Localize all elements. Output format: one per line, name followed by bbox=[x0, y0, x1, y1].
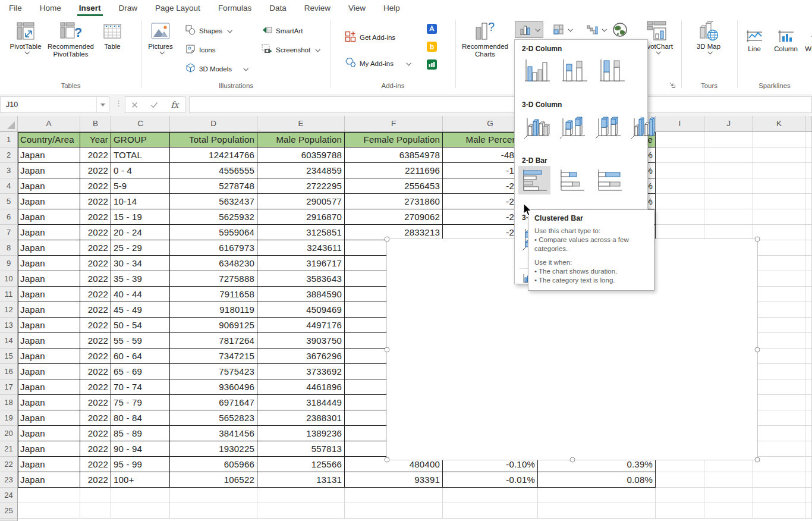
cell[interactable] bbox=[753, 302, 805, 318]
row-header-5[interactable]: 5 bbox=[0, 194, 18, 209]
cell[interactable]: 106522 bbox=[170, 472, 257, 488]
smartart-button[interactable]: SmartArt bbox=[262, 25, 303, 36]
formula-input[interactable] bbox=[189, 96, 812, 113]
recommended-charts-button[interactable]: ? Recommended Charts bbox=[464, 19, 506, 58]
cell[interactable] bbox=[656, 503, 704, 519]
cell[interactable] bbox=[805, 318, 812, 333]
screenshot-button[interactable]: Screenshot bbox=[262, 44, 319, 55]
cell[interactable]: 6348230 bbox=[170, 256, 257, 271]
cell[interactable] bbox=[111, 503, 170, 519]
row-header-16[interactable]: 16 bbox=[0, 364, 18, 379]
cell[interactable]: Year bbox=[80, 132, 111, 147]
cell[interactable]: Japan bbox=[18, 302, 80, 318]
menu-item-stacked-column[interactable] bbox=[558, 57, 590, 85]
cell[interactable] bbox=[80, 488, 111, 503]
menu-item-stacked-bar-100[interactable] bbox=[593, 166, 625, 194]
cell[interactable]: Japan bbox=[18, 364, 80, 379]
cell[interactable]: 70 - 74 bbox=[111, 379, 170, 395]
cell[interactable] bbox=[257, 503, 345, 519]
cell[interactable] bbox=[656, 147, 704, 163]
cell[interactable]: 50 - 54 bbox=[111, 318, 170, 333]
cell[interactable]: 10-14 bbox=[111, 194, 170, 209]
cell[interactable]: 3196717 bbox=[257, 256, 345, 271]
column-header-C[interactable]: C bbox=[111, 116, 170, 131]
cell[interactable]: 60 - 64 bbox=[111, 349, 170, 364]
cell[interactable]: GROUP bbox=[111, 132, 170, 147]
cell[interactable]: 5-9 bbox=[111, 178, 170, 194]
cell[interactable]: Country/Area bbox=[18, 132, 80, 147]
cell[interactable] bbox=[345, 488, 443, 503]
cell[interactable]: 0.08% bbox=[538, 472, 656, 488]
pictures-button[interactable]: Pictures bbox=[144, 19, 177, 54]
cell[interactable]: 2916870 bbox=[257, 209, 345, 225]
cell[interactable]: 60359788 bbox=[257, 147, 345, 163]
resize-handle[interactable] bbox=[755, 347, 760, 353]
cell[interactable] bbox=[704, 163, 753, 178]
resize-handle[interactable] bbox=[385, 457, 390, 463]
cell[interactable] bbox=[805, 457, 812, 472]
cell[interactable]: Male Population bbox=[257, 132, 345, 147]
cell[interactable] bbox=[805, 178, 812, 194]
menu-item-clustered-bar[interactable] bbox=[518, 166, 550, 194]
resize-handle[interactable] bbox=[755, 457, 760, 463]
cell[interactable] bbox=[656, 178, 704, 194]
row-header-22[interactable]: 22 bbox=[0, 457, 18, 472]
cell[interactable]: 2731860 bbox=[345, 194, 443, 209]
insert-hierarchy-chart-button[interactable] bbox=[548, 21, 577, 38]
cell[interactable]: 6167973 bbox=[170, 240, 257, 256]
cell[interactable] bbox=[704, 178, 753, 194]
cell[interactable]: Japan bbox=[18, 209, 80, 225]
cell[interactable]: 1389236 bbox=[257, 426, 345, 441]
cell[interactable] bbox=[753, 271, 805, 287]
cell[interactable]: 2556453 bbox=[345, 178, 443, 194]
cell[interactable]: 2022 bbox=[80, 410, 111, 426]
cell[interactable] bbox=[656, 194, 704, 209]
cell[interactable]: 2709062 bbox=[345, 209, 443, 225]
cell[interactable] bbox=[18, 488, 80, 503]
cell[interactable] bbox=[753, 318, 805, 333]
cell[interactable]: 2022 bbox=[80, 349, 111, 364]
ribbon-tab-file[interactable]: File bbox=[0, 0, 31, 17]
cell[interactable] bbox=[753, 132, 805, 147]
formula-bar-splitter[interactable]: ⋮ bbox=[115, 99, 122, 108]
cell[interactable] bbox=[656, 472, 704, 488]
cell[interactable] bbox=[753, 240, 805, 256]
cell[interactable]: Japan bbox=[18, 271, 80, 287]
cell[interactable] bbox=[753, 472, 805, 488]
cell[interactable] bbox=[805, 132, 812, 147]
recommended-pivottables-button[interactable]: ? Recommended PivotTables bbox=[45, 19, 96, 58]
cell[interactable]: 3243611 bbox=[257, 240, 345, 256]
cell[interactable] bbox=[753, 488, 805, 503]
row-header-15[interactable]: 15 bbox=[0, 349, 18, 364]
addin-app-bing-icon[interactable]: b bbox=[427, 42, 437, 52]
cell[interactable]: -0.01% bbox=[443, 472, 538, 488]
cell[interactable] bbox=[656, 132, 704, 147]
menu-item-clustered-column[interactable] bbox=[521, 57, 553, 85]
cell[interactable]: 9180119 bbox=[170, 302, 257, 318]
cell[interactable] bbox=[753, 209, 805, 225]
cell[interactable]: 55 - 59 bbox=[111, 333, 170, 349]
cell[interactable]: 2022 bbox=[80, 472, 111, 488]
resize-handle[interactable] bbox=[570, 457, 575, 463]
cell[interactable]: 5652823 bbox=[170, 410, 257, 426]
cell[interactable] bbox=[538, 503, 656, 519]
column-header-B[interactable]: B bbox=[80, 116, 111, 131]
cell[interactable] bbox=[257, 488, 345, 503]
row-header-8[interactable]: 8 bbox=[0, 240, 18, 256]
cell[interactable]: 2022 bbox=[80, 147, 111, 163]
row-header-18[interactable]: 18 bbox=[0, 395, 18, 410]
cell[interactable] bbox=[753, 349, 805, 364]
cell[interactable] bbox=[805, 503, 812, 519]
cell[interactable]: 2022 bbox=[80, 395, 111, 410]
row-header-13[interactable]: 13 bbox=[0, 318, 18, 333]
cell[interactable]: Japan bbox=[18, 410, 80, 426]
column-header-A[interactable]: A bbox=[18, 116, 80, 131]
row-header-10[interactable]: 10 bbox=[0, 271, 18, 287]
cell[interactable]: 5625932 bbox=[170, 209, 257, 225]
cell[interactable]: Japan bbox=[18, 194, 80, 209]
cell[interactable] bbox=[805, 441, 812, 457]
cell[interactable]: Female Population bbox=[345, 132, 443, 147]
cell[interactable]: 2022 bbox=[80, 240, 111, 256]
cell[interactable]: Japan bbox=[18, 318, 80, 333]
cell[interactable]: 45 - 49 bbox=[111, 302, 170, 318]
